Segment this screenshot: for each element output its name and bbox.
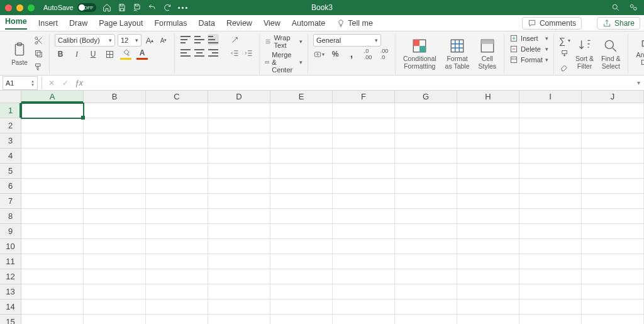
analyze-data-button[interactable]: Analyze Data: [633, 34, 644, 66]
cell[interactable]: [582, 239, 644, 254]
insert-cells-button[interactable]: Insert▾: [509, 34, 548, 43]
column-header[interactable]: C: [146, 91, 208, 103]
row-header[interactable]: 10: [0, 239, 21, 254]
cell[interactable]: [395, 299, 457, 315]
enter-formula-button[interactable]: ✓: [62, 79, 69, 87]
cell[interactable]: [21, 269, 84, 284]
home-icon[interactable]: [103, 3, 111, 12]
bold-button[interactable]: B: [55, 48, 66, 60]
cell[interactable]: [333, 209, 395, 224]
cell[interactable]: [270, 315, 333, 324]
cell[interactable]: [84, 179, 146, 194]
cell[interactable]: [457, 254, 519, 269]
accounting-format-button[interactable]: ▾: [313, 48, 325, 60]
name-box[interactable]: A1 ▲▼: [3, 76, 38, 90]
align-bottom-button[interactable]: [208, 34, 219, 45]
cell[interactable]: [582, 194, 644, 209]
cell[interactable]: [519, 315, 582, 324]
increase-decimal-button[interactable]: .0.00: [362, 48, 374, 60]
cell[interactable]: [333, 118, 395, 133]
cell[interactable]: [21, 209, 84, 224]
align-right-button[interactable]: [208, 47, 219, 59]
row-header[interactable]: 4: [0, 148, 21, 164]
cell[interactable]: [208, 269, 270, 284]
cell[interactable]: [270, 148, 333, 164]
decrease-font-button[interactable]: A▾: [158, 35, 169, 46]
row-header[interactable]: 6: [0, 179, 21, 194]
tab-draw[interactable]: Draw: [69, 19, 87, 28]
cell[interactable]: [21, 103, 84, 118]
cell[interactable]: [395, 254, 457, 269]
cell[interactable]: [208, 239, 270, 254]
cell[interactable]: [395, 118, 457, 133]
cell[interactable]: [582, 118, 644, 133]
decrease-indent-button[interactable]: [229, 47, 240, 59]
cell[interactable]: [270, 254, 333, 269]
close-window-button[interactable]: [5, 4, 12, 11]
underline-button[interactable]: U: [87, 48, 99, 60]
cell[interactable]: [146, 239, 208, 254]
cell[interactable]: [395, 164, 457, 179]
italic-button[interactable]: I: [71, 48, 82, 60]
cell[interactable]: [457, 315, 519, 324]
cell[interactable]: [519, 269, 582, 284]
paste-button[interactable]: Paste: [9, 42, 30, 66]
cell[interactable]: [84, 194, 146, 209]
cell[interactable]: [333, 103, 395, 118]
cell[interactable]: [333, 148, 395, 164]
cell[interactable]: [146, 315, 208, 324]
cell[interactable]: [146, 179, 208, 194]
share-button[interactable]: Share: [597, 17, 640, 30]
tell-me[interactable]: Tell me: [336, 19, 373, 28]
cell[interactable]: [208, 224, 270, 239]
cell[interactable]: [519, 148, 582, 164]
cell[interactable]: [84, 164, 146, 179]
autosave-switch[interactable]: OFF: [77, 3, 96, 12]
cell[interactable]: [84, 254, 146, 269]
tab-automate[interactable]: Automate: [292, 19, 326, 28]
cell[interactable]: [519, 194, 582, 209]
fx-icon[interactable]: ƒx: [75, 79, 83, 87]
cell[interactable]: [208, 254, 270, 269]
cell[interactable]: [333, 164, 395, 179]
column-header[interactable]: D: [208, 91, 270, 103]
cell[interactable]: [270, 133, 333, 148]
format-cells-button[interactable]: Format▾: [509, 55, 548, 64]
cell[interactable]: [519, 299, 582, 315]
save-as-icon[interactable]: [133, 3, 142, 12]
cell[interactable]: [84, 269, 146, 284]
cell[interactable]: [582, 299, 644, 315]
column-header[interactable]: J: [582, 91, 644, 103]
fill-color-button[interactable]: [120, 48, 131, 60]
cell[interactable]: [395, 179, 457, 194]
cell[interactable]: [270, 299, 333, 315]
cell[interactable]: [395, 103, 457, 118]
cell[interactable]: [582, 209, 644, 224]
increase-font-button[interactable]: A▴: [144, 35, 155, 46]
cell[interactable]: [146, 299, 208, 315]
delete-cells-button[interactable]: Delete▾: [509, 45, 548, 53]
comments-button[interactable]: Comments: [522, 17, 582, 30]
row-header[interactable]: 11: [0, 254, 21, 269]
cell[interactable]: [21, 299, 84, 315]
cell[interactable]: [457, 179, 519, 194]
cell[interactable]: [270, 103, 333, 118]
orientation-button[interactable]: [229, 34, 240, 45]
find-select-button[interactable]: Find & Select: [599, 38, 623, 70]
cell[interactable]: [582, 148, 644, 164]
wrap-text-button[interactable]: Wrap Text▾: [265, 34, 303, 49]
column-header[interactable]: B: [84, 91, 146, 103]
row-header[interactable]: 15: [0, 315, 21, 324]
formula-input[interactable]: [83, 79, 637, 87]
cell[interactable]: [457, 103, 519, 118]
autosave-toggle[interactable]: AutoSave OFF: [43, 3, 96, 12]
cell[interactable]: [457, 284, 519, 299]
cell[interactable]: [146, 224, 208, 239]
cell[interactable]: [333, 179, 395, 194]
cell[interactable]: [519, 224, 582, 239]
cell[interactable]: [457, 133, 519, 148]
cell[interactable]: [519, 118, 582, 133]
align-center-button[interactable]: [194, 47, 205, 59]
cell[interactable]: [146, 148, 208, 164]
cell[interactable]: [333, 315, 395, 324]
